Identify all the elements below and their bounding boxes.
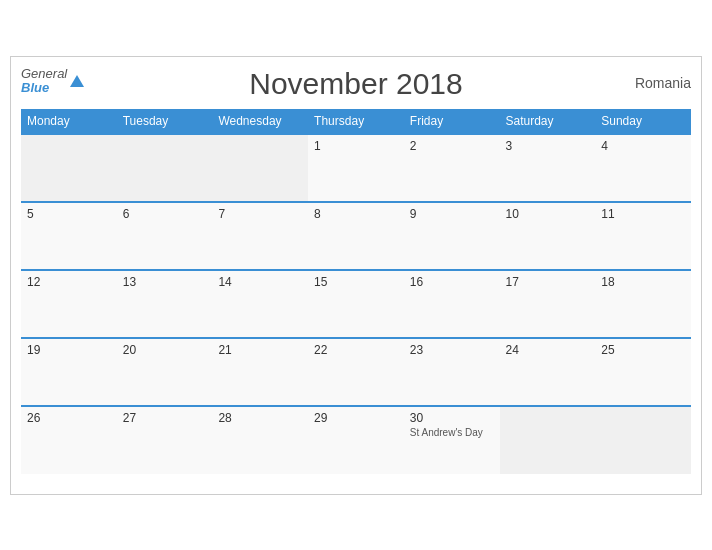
day-number: 25 [601, 343, 614, 357]
day-number: 3 [506, 139, 513, 153]
event-label: St Andrew's Day [410, 427, 494, 438]
header-wednesday: Wednesday [212, 109, 308, 134]
day-number: 5 [27, 207, 34, 221]
day-number: 21 [218, 343, 231, 357]
day-number: 4 [601, 139, 608, 153]
day-number: 23 [410, 343, 423, 357]
header-sunday: Sunday [595, 109, 691, 134]
calendar-grid: Monday Tuesday Wednesday Thursday Friday… [21, 109, 691, 474]
day-number: 12 [27, 275, 40, 289]
header-friday: Friday [404, 109, 500, 134]
day-number: 6 [123, 207, 130, 221]
table-row: 23 [404, 338, 500, 406]
calendar-week-row: 567891011 [21, 202, 691, 270]
day-number: 2 [410, 139, 417, 153]
table-row: 3 [500, 134, 596, 202]
day-number: 28 [218, 411, 231, 425]
calendar-week-row: 2627282930St Andrew's Day [21, 406, 691, 474]
table-row: 9 [404, 202, 500, 270]
day-number: 22 [314, 343, 327, 357]
calendar-week-row: 12131415161718 [21, 270, 691, 338]
header-thursday: Thursday [308, 109, 404, 134]
logo-icon [69, 73, 85, 89]
weekday-header-row: Monday Tuesday Wednesday Thursday Friday… [21, 109, 691, 134]
day-number: 27 [123, 411, 136, 425]
table-row: 17 [500, 270, 596, 338]
table-row: 30St Andrew's Day [404, 406, 500, 474]
table-row: 21 [212, 338, 308, 406]
day-number: 16 [410, 275, 423, 289]
table-row: 20 [117, 338, 213, 406]
table-row: 27 [117, 406, 213, 474]
table-row: 25 [595, 338, 691, 406]
table-row: 29 [308, 406, 404, 474]
table-row [117, 134, 213, 202]
day-number: 13 [123, 275, 136, 289]
table-row [500, 406, 596, 474]
svg-marker-0 [70, 75, 84, 87]
header-monday: Monday [21, 109, 117, 134]
header-tuesday: Tuesday [117, 109, 213, 134]
table-row: 15 [308, 270, 404, 338]
table-row: 5 [21, 202, 117, 270]
table-row: 28 [212, 406, 308, 474]
table-row: 6 [117, 202, 213, 270]
table-row: 11 [595, 202, 691, 270]
calendar-header: General Blue November 2018 Romania [21, 67, 691, 101]
day-number: 8 [314, 207, 321, 221]
table-row: 19 [21, 338, 117, 406]
day-number: 29 [314, 411, 327, 425]
day-number: 26 [27, 411, 40, 425]
logo: General Blue [21, 67, 85, 96]
country-label: Romania [635, 75, 691, 91]
table-row: 10 [500, 202, 596, 270]
day-number: 19 [27, 343, 40, 357]
table-row: 8 [308, 202, 404, 270]
table-row: 16 [404, 270, 500, 338]
table-row: 2 [404, 134, 500, 202]
table-row: 24 [500, 338, 596, 406]
table-row [212, 134, 308, 202]
calendar-week-row: 19202122232425 [21, 338, 691, 406]
day-number: 9 [410, 207, 417, 221]
table-row: 18 [595, 270, 691, 338]
table-row: 26 [21, 406, 117, 474]
table-row [21, 134, 117, 202]
logo-blue-text: Blue [21, 81, 67, 95]
calendar-title: November 2018 [249, 67, 462, 101]
day-number: 10 [506, 207, 519, 221]
table-row: 14 [212, 270, 308, 338]
day-number: 24 [506, 343, 519, 357]
day-number: 18 [601, 275, 614, 289]
day-number: 14 [218, 275, 231, 289]
table-row [595, 406, 691, 474]
header-saturday: Saturday [500, 109, 596, 134]
table-row: 1 [308, 134, 404, 202]
day-number: 20 [123, 343, 136, 357]
table-row: 7 [212, 202, 308, 270]
table-row: 22 [308, 338, 404, 406]
day-number: 7 [218, 207, 225, 221]
day-number: 15 [314, 275, 327, 289]
table-row: 13 [117, 270, 213, 338]
day-number: 1 [314, 139, 321, 153]
table-row: 12 [21, 270, 117, 338]
day-number: 30 [410, 411, 423, 425]
calendar-container: General Blue November 2018 Romania Monda… [10, 56, 702, 495]
calendar-week-row: 1234 [21, 134, 691, 202]
day-number: 11 [601, 207, 614, 221]
day-number: 17 [506, 275, 519, 289]
table-row: 4 [595, 134, 691, 202]
logo-general-text: General [21, 67, 67, 81]
